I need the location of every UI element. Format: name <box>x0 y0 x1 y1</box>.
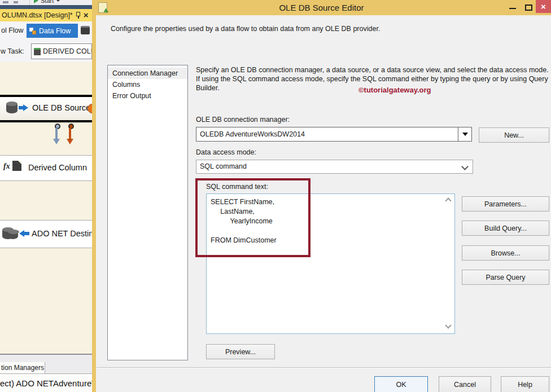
toolbar-icon-fragment <box>14 1 18 3</box>
package-icon <box>81 26 90 34</box>
connection-manager-combo[interactable]: OLEDB AdventureWorksDW2014 <box>196 127 472 142</box>
chevron-down-icon <box>462 133 468 136</box>
pin-icon[interactable] <box>76 12 81 19</box>
component-derived-column[interactable]: fx Derived Column <box>0 155 92 181</box>
component-label: OLE DB Source <box>32 103 90 112</box>
component-label: Derived Column <box>28 163 87 172</box>
database-cylinder-icon <box>8 230 18 239</box>
nav-item-columns[interactable]: Columns <box>108 79 187 90</box>
dialog-border <box>92 15 96 392</box>
start-debug-button[interactable]: Start <box>34 0 60 5</box>
fx-page-icon <box>12 161 21 171</box>
ole-db-source-editor-dialog: OLE DB Source Editor × Configure the pro… <box>92 0 551 392</box>
scroll-up-icon[interactable] <box>445 197 451 204</box>
maximize-icon[interactable] <box>525 5 532 11</box>
vs-toolbar-strip: Start <box>0 0 92 5</box>
scroll-down-icon[interactable] <box>445 322 451 328</box>
tab-control-flow[interactable]: ol Flow <box>1 27 24 34</box>
browse-button[interactable]: Browse... <box>462 245 549 261</box>
toolbar-separator <box>29 0 30 5</box>
data-flow-canvas: OLE DB Source fx Derived Column ADO NET … <box>0 62 92 354</box>
path-stem <box>69 128 71 139</box>
watermark-text: ©tutorialgateway.org <box>358 86 431 94</box>
path-arrowhead <box>53 139 60 144</box>
component-label: ADO NET Destinati <box>32 229 102 238</box>
data-flow-task-combo[interactable]: DERIVED COLU <box>31 43 92 59</box>
fx-icon: fx <box>3 162 10 171</box>
close-icon[interactable]: × <box>84 10 89 21</box>
preview-button[interactable]: Preview... <box>206 344 275 359</box>
chevron-down-icon <box>461 163 469 170</box>
component-ado-net-destination[interactable]: ADO NET Destinati <box>0 220 92 248</box>
path-stem <box>55 128 58 139</box>
data-access-mode-combo[interactable]: SQL command <box>196 160 473 174</box>
play-icon <box>34 0 38 3</box>
dialog-intro-text: Configure the properties used by a data … <box>111 25 380 33</box>
destination-arrow-icon <box>19 230 24 237</box>
connection-manager-value: OLEDB AdventureWorksDW2014 <box>200 130 305 138</box>
screenshot-root: Start OLUMN.dtsx [Design]* × ol Flow Dat… <box>0 0 551 392</box>
database-cylinder-icon <box>6 102 18 113</box>
dialog-titlebar[interactable]: OLE DB Source Editor × <box>92 0 551 15</box>
source-arrow-icon <box>23 104 28 111</box>
dropdown-caret-icon <box>56 0 60 2</box>
tab-connection-managers[interactable]: tion Managers <box>0 362 45 373</box>
build-query-button[interactable]: Build Query... <box>462 221 549 236</box>
sql-command-text: SELECT FirstName, LastName, YearlyIncome… <box>211 197 277 245</box>
document-tab[interactable]: OLUMN.dtsx [Design]* × <box>0 9 92 21</box>
task-icon <box>34 48 41 55</box>
source-arrow-icon <box>19 106 23 109</box>
dialog-nav-list: Connection Manager Columns Error Output <box>107 65 188 360</box>
ok-button[interactable]: OK <box>374 376 428 392</box>
path-arrowhead <box>67 139 73 144</box>
sql-command-text-label: SQL command text: <box>206 183 268 191</box>
minimize-icon[interactable] <box>509 8 516 9</box>
parse-query-button[interactable]: Parse Query <box>462 270 549 285</box>
help-button[interactable]: Help <box>501 376 549 392</box>
vs-navy-band <box>0 5 92 9</box>
data-flow-task-label: w Task: <box>1 47 24 55</box>
data-flow-icon <box>29 28 36 34</box>
designer-header: ol Flow Data Flow w Task: DERIVED COLU <box>0 21 92 62</box>
flow-path-arrow-blue[interactable] <box>53 124 61 145</box>
connection-managers-tabrow: tion Managers <box>0 362 92 374</box>
pane-band <box>0 355 92 362</box>
sql-command-textarea[interactable]: SELECT FirstName, LastName, YearlyIncome… <box>206 193 455 334</box>
nav-item-connection-manager[interactable]: Connection Manager <box>108 68 187 79</box>
data-access-mode-label: Data access mode: <box>196 148 256 156</box>
connection-manager-item[interactable]: ect) ADO NETAdventureW <box>0 374 92 392</box>
cancel-button[interactable]: Cancel <box>439 376 491 392</box>
document-tab-label: OLUMN.dtsx [Design]* <box>0 11 73 19</box>
destination-arrow-icon <box>24 232 29 235</box>
footer-divider <box>97 367 551 368</box>
component-ole-db-source[interactable]: OLE DB Source <box>0 95 92 122</box>
data-access-mode-value: SQL command <box>200 162 247 170</box>
tab-data-flow-label: Data Flow <box>39 27 71 35</box>
close-button[interactable]: × <box>536 0 551 13</box>
tab-data-flow[interactable]: Data Flow <box>27 24 78 38</box>
dialog-title: OLE DB Source Editor <box>92 0 551 15</box>
combo-dropdown-button[interactable] <box>458 127 471 141</box>
toolbar-icon-fragment <box>3 1 8 3</box>
parameters-button[interactable]: Parameters... <box>462 196 549 212</box>
data-flow-task-value: DERIVED COLU <box>43 47 92 55</box>
flow-path-arrow-orange[interactable] <box>67 124 75 145</box>
start-label: Start <box>41 0 54 4</box>
nav-item-error-output[interactable]: Error Output <box>108 90 187 102</box>
new-button[interactable]: New... <box>479 127 549 143</box>
connection-manager-label: OLE DB connection manager: <box>196 116 290 124</box>
